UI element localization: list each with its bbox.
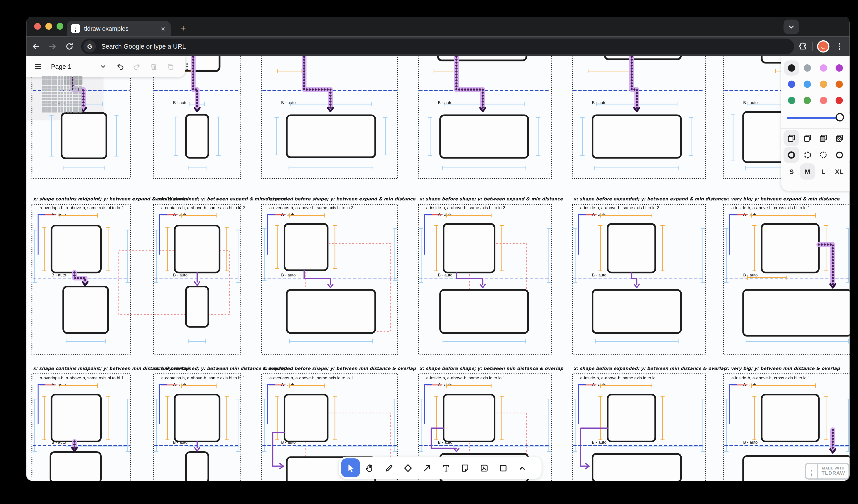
tool-asset-button[interactable] (474, 458, 493, 477)
tool-hand-button[interactable] (360, 458, 379, 477)
shape-a[interactable] (175, 395, 220, 442)
tldraw-watermark[interactable]: ; MADE WITH TLDRAW (805, 463, 850, 479)
arrow-casing[interactable] (304, 56, 330, 108)
color-light-blue-swatch[interactable] (800, 77, 815, 92)
shape-b[interactable] (743, 290, 849, 336)
size-xl-button[interactable]: XL (831, 163, 847, 180)
fill-semi-button[interactable] (800, 130, 815, 146)
shape-a[interactable] (444, 224, 494, 272)
color-violet-swatch[interactable] (831, 61, 846, 76)
shape-a[interactable] (175, 226, 220, 273)
shape-a[interactable] (438, 56, 526, 61)
color-yellow-swatch[interactable] (816, 77, 831, 92)
minimap-shape (76, 95, 78, 97)
redo-button[interactable] (128, 58, 145, 75)
tool-select-button[interactable] (341, 458, 360, 477)
dash-dotted-button[interactable] (815, 147, 831, 163)
arrow-casing[interactable] (456, 56, 483, 108)
fill-solid-button[interactable] (815, 130, 831, 146)
browser-menu-icon[interactable] (835, 42, 844, 51)
back-button[interactable] (29, 39, 43, 53)
opacity-slider[interactable] (787, 110, 844, 125)
shape-b[interactable] (186, 115, 208, 158)
tool-more-button[interactable] (512, 458, 531, 477)
fill-pattern-button[interactable] (831, 130, 847, 146)
duplicate-button[interactable] (162, 58, 179, 75)
color-blue-swatch[interactable] (784, 77, 799, 92)
dash-dashed-button[interactable] (800, 147, 815, 163)
shape-b[interactable] (186, 452, 208, 481)
arrow-core[interactable] (304, 56, 330, 108)
page-select-button[interactable]: Page 1 (46, 58, 95, 75)
url-bar[interactable]: G Search Google or type a URL (81, 38, 794, 54)
minimap[interactable] (26, 75, 103, 120)
shape-a[interactable] (285, 224, 328, 270)
minimap-viewport[interactable] (64, 76, 83, 85)
zoom-window-button[interactable] (57, 23, 63, 30)
delete-button[interactable] (145, 58, 162, 75)
close-window-button[interactable] (34, 23, 41, 30)
color-black-swatch[interactable] (784, 61, 799, 76)
reload-button[interactable] (62, 39, 77, 53)
tool-eraser-button[interactable] (398, 458, 417, 477)
shape-a[interactable] (762, 395, 819, 442)
shape-b[interactable] (440, 115, 528, 158)
color-orange-swatch[interactable] (831, 77, 846, 92)
new-tab-button[interactable]: + (176, 22, 190, 35)
canvas-svg[interactable]: B - autoB - autoB - autoB - autoB - auto… (26, 56, 849, 481)
opacity-knob[interactable] (836, 113, 844, 121)
minimize-window-button[interactable] (45, 23, 52, 30)
color-light-violet-swatch[interactable] (816, 61, 831, 76)
shape-a[interactable] (52, 226, 101, 273)
arrow[interactable] (304, 271, 330, 284)
browser-tab[interactable]: ; tldraw examples × (67, 21, 171, 36)
extensions-icon[interactable] (798, 42, 808, 51)
color-red-swatch[interactable] (831, 93, 846, 108)
shape-a[interactable] (444, 395, 494, 442)
shape-a[interactable] (52, 395, 101, 442)
forward-button[interactable] (45, 39, 60, 53)
shape-a[interactable] (608, 224, 655, 272)
shape-b[interactable] (592, 454, 681, 481)
shape-a[interactable] (605, 56, 681, 60)
tool-text-button[interactable] (436, 458, 455, 477)
tab-close-icon[interactable]: × (160, 25, 166, 33)
shape-b[interactable] (287, 290, 375, 333)
main-menu-button[interactable] (30, 58, 46, 75)
shape-b[interactable] (62, 113, 107, 158)
tool-rectangle-button[interactable] (493, 458, 512, 477)
size-m-button[interactable]: M (800, 163, 815, 180)
tool-arrow-button[interactable] (417, 458, 436, 477)
fill-none-button[interactable] (784, 130, 799, 146)
shape-a[interactable] (608, 395, 655, 442)
dash-solid-button[interactable] (831, 147, 847, 163)
shape-b[interactable] (592, 290, 681, 333)
profile-avatar[interactable]: ◡ (817, 40, 829, 52)
color-light-red-swatch[interactable] (816, 93, 831, 108)
shape-b[interactable] (63, 287, 108, 333)
more-menu-button[interactable] (179, 58, 195, 75)
shape-a[interactable] (285, 395, 328, 442)
page-chevron-button[interactable] (95, 58, 112, 75)
minimap-shape (79, 92, 81, 94)
undo-button[interactable] (112, 58, 128, 75)
arrow-core[interactable] (456, 56, 483, 108)
shape-a[interactable] (762, 224, 819, 272)
shape-b[interactable] (50, 452, 101, 481)
shape-b[interactable] (287, 115, 375, 157)
tab-search-button[interactable] (783, 19, 799, 34)
color-light-green-swatch[interactable] (800, 93, 815, 108)
arrow-casing[interactable] (632, 56, 637, 108)
shape-b[interactable] (592, 115, 681, 158)
shape-b[interactable] (186, 287, 208, 327)
color-grey-swatch[interactable] (800, 61, 815, 76)
size-l-button[interactable]: L (815, 163, 831, 180)
tool-note-button[interactable] (455, 458, 474, 477)
color-green-swatch[interactable] (784, 93, 799, 108)
arrow[interactable] (273, 433, 285, 466)
shape-b[interactable] (440, 290, 528, 333)
tool-draw-button[interactable] (379, 458, 398, 477)
arrow[interactable] (632, 273, 637, 284)
size-s-button[interactable]: S (784, 163, 799, 180)
dash-draw-button[interactable] (784, 147, 799, 163)
